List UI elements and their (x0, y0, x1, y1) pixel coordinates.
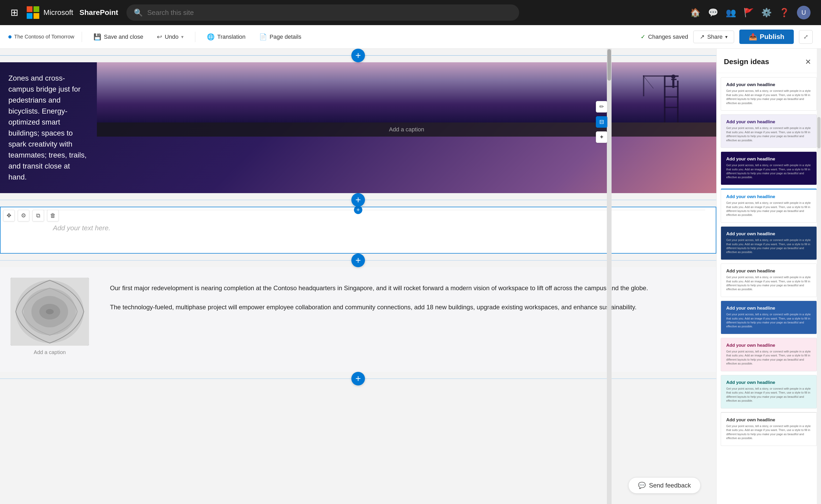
collapse-icon: ⤢ (803, 33, 808, 40)
save-icon: 💾 (93, 33, 101, 41)
image-caption-1[interactable]: Add a caption (97, 122, 716, 137)
idea-card-6[interactable]: Add your own headline Get your point acr… (721, 264, 817, 297)
publish-label: Publish (760, 33, 784, 41)
flag-icon[interactable]: 🚩 (744, 8, 754, 18)
canvas-scroll-thumb (607, 49, 611, 81)
help-icon[interactable]: ❓ (779, 8, 790, 18)
idea-card-8-content: Add your own headline Get your point acr… (721, 338, 817, 371)
check-icon: ✓ (641, 33, 645, 40)
page-details-button[interactable]: 📄 Page details (255, 31, 305, 43)
settings-icon[interactable]: ⚙️ (761, 8, 772, 18)
hero-text-content: Zones and cross-campus bridge just for p… (8, 73, 88, 183)
idea-9-body: Get your point across, tell a story, or … (726, 387, 811, 403)
design-ideas-panel: Design ideas ✕ Add your own headline Get… (716, 49, 821, 504)
settings-control[interactable]: ⚙ (18, 210, 29, 221)
share-button[interactable]: ↗ Share ▾ (693, 31, 734, 43)
toolbar-right: ✓ Changes saved ↗ Share ▾ 📤 Publish ⤢ (641, 30, 813, 44)
add-circle-mid2[interactable]: + (351, 254, 365, 267)
chat-icon[interactable]: 💬 (708, 8, 718, 18)
add-circle-mid1[interactable]: + (351, 193, 365, 207)
undo-label: Undo (165, 33, 178, 40)
search-bar[interactable]: 🔍 (126, 4, 519, 21)
undo-chevron: ▾ (181, 34, 183, 40)
panel-scroll-thumb (817, 117, 820, 148)
idea-9-headline: Add your own headline (726, 380, 811, 385)
layout-float-button[interactable]: ⊟ (596, 116, 607, 128)
svg-rect-9 (671, 79, 677, 80)
idea-5-body: Get your point across, tell a story, or … (726, 238, 811, 254)
collapse-button[interactable]: ⤢ (799, 30, 813, 44)
body-text-2: The technology-fueled, multiphase projec… (110, 302, 706, 313)
ms-logo-squares (27, 6, 39, 19)
svg-rect-5 (664, 96, 679, 98)
image-column: Add a caption (0, 267, 99, 372)
search-input[interactable] (147, 9, 512, 17)
publish-button[interactable]: 📤 Publish (739, 30, 794, 44)
page-toolbar: The Contoso of Tomorrow 💾 Save and close… (0, 25, 821, 49)
idea-10-body: Get your point across, tell a story, or … (726, 424, 811, 440)
svg-point-7 (671, 75, 675, 79)
logo-green (33, 6, 39, 12)
spiral-staircase-image (10, 278, 89, 346)
add-circle-top[interactable]: + (351, 49, 365, 62)
copy-control[interactable]: ⧉ (32, 210, 44, 221)
idea-card-10-content: Add your own headline Get your point acr… (721, 413, 817, 446)
idea-card-1[interactable]: Add your own headline Get your point acr… (721, 77, 817, 111)
svg-rect-12 (643, 75, 672, 77)
idea-6-headline: Add your own headline (726, 268, 811, 274)
add-circle-bottom[interactable]: + (351, 372, 365, 385)
home-icon[interactable]: 🏠 (690, 8, 701, 18)
details-icon: 📄 (259, 33, 267, 41)
toolbar-separator-2 (195, 32, 195, 42)
main-layout: + Zones and cross-campus bridge just for… (0, 49, 821, 504)
idea-3-body: Get your point across, tell a story, or … (726, 163, 811, 180)
floating-right-toolbar: ✏ ⊟ ✦ (596, 101, 607, 143)
translation-button[interactable]: 🌐 Translation (203, 31, 250, 43)
idea-card-3-content: Add your own headline Get your point acr… (721, 152, 817, 185)
translation-icon: 🌐 (207, 33, 215, 41)
people-icon[interactable]: 👥 (726, 8, 736, 18)
idea-7-headline: Add your own headline (726, 306, 811, 311)
nav-icons-group: 🏠 💬 👥 🚩 ⚙️ ❓ U (690, 6, 811, 19)
svg-rect-10 (672, 84, 673, 88)
save-close-button[interactable]: 💾 Save and close (89, 31, 147, 43)
idea-card-8[interactable]: Add your own headline Get your point acr… (721, 338, 817, 371)
image-caption-2[interactable]: Add a caption (34, 349, 66, 355)
idea-card-7-content: Add your own headline Get your point acr… (721, 301, 817, 334)
feedback-icon: 💬 (638, 482, 646, 489)
highlight-float-button[interactable]: ✦ (596, 131, 607, 143)
save-close-label: Save and close (104, 33, 143, 40)
idea-card-5-content: Add your own headline Get your point acr… (721, 227, 817, 260)
hero-image-right: Add a caption (97, 62, 716, 193)
search-icon: 🔍 (134, 8, 143, 17)
sharepoint-label: SharePoint (80, 8, 118, 17)
microsoft-label: Microsoft (43, 8, 73, 17)
share-icon: ↗ (700, 33, 705, 40)
inner-add-circle[interactable]: + (354, 206, 362, 214)
panel-close-button[interactable]: ✕ (802, 56, 814, 68)
edit-float-button[interactable]: ✏ (596, 101, 607, 113)
canvas-wrapper: + Zones and cross-campus bridge just for… (0, 49, 716, 504)
send-feedback-button[interactable]: 💬 Send feedback (628, 477, 701, 494)
move-control[interactable]: ✥ (3, 210, 15, 221)
idea-card-6-content: Add your own headline Get your point acr… (721, 264, 817, 297)
idea-card-10[interactable]: Add your own headline Get your point acr… (721, 412, 817, 446)
spiral-svg (10, 278, 89, 346)
idea-card-3[interactable]: Add your own headline Get your point acr… (721, 152, 817, 185)
avatar[interactable]: U (797, 6, 811, 19)
idea-8-headline: Add your own headline (726, 343, 811, 348)
delete-control[interactable]: 🗑 (47, 210, 59, 221)
canvas-scrollbar[interactable] (607, 49, 612, 504)
idea-card-4[interactable]: Add your own headline Get your point acr… (721, 189, 817, 223)
idea-card-5[interactable]: Add your own headline Get your point acr… (721, 226, 817, 260)
undo-button[interactable]: ↩ Undo ▾ (153, 31, 188, 43)
send-feedback-label: Send feedback (649, 482, 691, 489)
idea-card-7[interactable]: Add your own headline Get your point acr… (721, 301, 817, 334)
panel-scrollbar[interactable] (817, 49, 821, 504)
idea-1-body: Get your point across, tell a story, or … (726, 89, 811, 105)
waffle-icon[interactable]: ⊞ (10, 7, 18, 18)
idea-card-9-content: Add your own headline Get your point acr… (721, 375, 817, 408)
logo-blue (27, 13, 32, 19)
idea-card-9[interactable]: Add your own headline Get your point acr… (721, 375, 817, 408)
idea-card-2[interactable]: Add your own headline Get your point acr… (721, 114, 817, 148)
